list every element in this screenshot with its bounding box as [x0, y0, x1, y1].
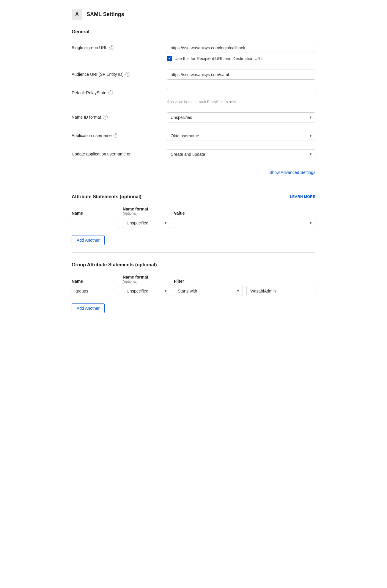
name-id-format-control: Unspecified EmailAddress X509SubjectName…: [167, 112, 315, 122]
show-advanced-settings-link[interactable]: Show Advanced Settings: [269, 170, 315, 175]
relay-state-label: Default RelayState ?: [72, 88, 167, 95]
sso-url-label: Single sign-on URL ?: [72, 43, 167, 50]
audience-uri-label: Audience URI (SP Entity ID) ?: [72, 70, 167, 77]
app-username-label: Application username ?: [72, 131, 167, 138]
name-id-format-select[interactable]: Unspecified EmailAddress X509SubjectName…: [167, 112, 315, 122]
attr-name-format-select-wrapper: Unspecified Basic URI Reference ▼: [123, 218, 170, 228]
name-id-format-row: Name ID format ? Unspecified EmailAddres…: [72, 112, 315, 122]
section-divider-2: [72, 252, 315, 253]
update-app-username-select-wrapper: Create and update Create only ▼: [167, 149, 315, 159]
name-id-format-select-wrapper: Unspecified EmailAddress X509SubjectName…: [167, 112, 315, 122]
attr-value-select[interactable]: [174, 218, 315, 228]
attr-col-name-header: Name: [72, 211, 119, 216]
name-id-format-help-icon[interactable]: ?: [103, 115, 108, 120]
attribute-statements-title: Attribute Statements (optional): [72, 194, 141, 199]
group-attribute-statements-section: Group Attribute Statements (optional) Na…: [72, 262, 315, 313]
attr-add-another-button[interactable]: Add Another: [72, 235, 105, 245]
app-username-help-icon[interactable]: ?: [114, 133, 118, 138]
sso-url-help-icon[interactable]: ?: [109, 45, 114, 50]
group-attr-add-another-button[interactable]: Add Another: [72, 303, 105, 313]
attr-name-format-col: Unspecified Basic URI Reference ▼: [123, 218, 170, 228]
sso-url-control: Use this for Recipient URL and Destinati…: [167, 43, 315, 61]
attribute-statements-learn-more[interactable]: LEARN MORE: [290, 195, 315, 199]
group-attr-col-name-format-header: Name format (optional): [123, 275, 170, 284]
group-attribute-statements-title: Group Attribute Statements (optional): [72, 262, 157, 268]
attr-col-name-format-header: Name format (optional): [123, 207, 170, 216]
recipient-url-label[interactable]: Use this for Recipient URL and Destinati…: [174, 56, 263, 61]
audience-uri-input[interactable]: [167, 70, 315, 80]
audience-uri-help-icon[interactable]: ?: [125, 72, 130, 77]
group-attr-filter-value-input[interactable]: [246, 286, 315, 296]
avatar: A: [72, 9, 82, 20]
app-username-select[interactable]: Okta username Email Custom: [167, 131, 315, 141]
attr-name-col: [72, 218, 119, 228]
sso-url-row: Single sign-on URL ? Use this for Recipi…: [72, 43, 315, 61]
group-attr-col-filter-header: Filter: [174, 279, 315, 284]
app-username-control: Okta username Email Custom ▼: [167, 131, 315, 141]
attribute-statements-section: Attribute Statements (optional) LEARN MO…: [72, 194, 315, 245]
attr-name-format-select[interactable]: Unspecified Basic URI Reference: [123, 218, 170, 228]
group-attr-col-headers: Name Name format (optional) Filter: [72, 275, 315, 284]
relay-state-hint: If no value is set, a blank RelayState i…: [167, 100, 315, 104]
group-attr-name-col: [72, 286, 119, 296]
sso-url-input[interactable]: [167, 43, 315, 53]
attr-name-input[interactable]: [72, 218, 119, 228]
attribute-statements-input-row: Unspecified Basic URI Reference ▼ ▼: [72, 218, 315, 228]
relay-state-control: If no value is set, a blank RelayState i…: [167, 88, 315, 104]
attr-value-select-wrapper: ▼: [174, 218, 315, 228]
recipient-url-checkbox-row: Use this for Recipient URL and Destinati…: [167, 56, 315, 61]
page-header: A SAML Settings: [72, 9, 315, 20]
group-attr-filter-select-wrapper: Starts with Equals Contains Matches rege…: [174, 286, 243, 296]
group-attribute-statements-header: Group Attribute Statements (optional): [72, 262, 315, 268]
attr-col-value-header: Value: [174, 211, 315, 216]
group-attr-filter-col: Starts with Equals Contains Matches rege…: [174, 286, 243, 296]
attribute-statements-col-headers: Name Name format (optional) Value: [72, 207, 315, 216]
general-section: General Single sign-on URL ? Use this fo…: [72, 29, 315, 180]
audience-uri-row: Audience URI (SP Entity ID) ?: [72, 70, 315, 80]
relay-state-help-icon[interactable]: ?: [108, 90, 113, 95]
relay-state-input[interactable]: [167, 88, 315, 98]
recipient-url-checkbox[interactable]: [167, 56, 172, 61]
general-section-title: General: [72, 29, 315, 34]
update-app-username-select[interactable]: Create and update Create only: [167, 149, 315, 159]
update-app-username-control: Create and update Create only ▼: [167, 149, 315, 159]
section-divider-1: [72, 187, 315, 187]
update-app-username-label: Update application username on: [72, 149, 167, 156]
page-title: SAML Settings: [86, 11, 124, 18]
group-attr-name-format-col: Unspecified Basic URI Reference ▼: [123, 286, 170, 296]
app-username-row: Application username ? Okta username Ema…: [72, 131, 315, 141]
attribute-statements-header: Attribute Statements (optional) LEARN MO…: [72, 194, 315, 199]
group-attr-input-row: Unspecified Basic URI Reference ▼ Starts…: [72, 286, 315, 296]
group-attr-filter-select[interactable]: Starts with Equals Contains Matches rege…: [174, 286, 243, 296]
update-app-username-row: Update application username on Create an…: [72, 149, 315, 159]
group-attr-filter-value-col: [246, 286, 315, 296]
name-id-format-label: Name ID format ?: [72, 112, 167, 120]
relay-state-row: Default RelayState ? If no value is set,…: [72, 88, 315, 104]
app-username-select-wrapper: Okta username Email Custom ▼: [167, 131, 315, 141]
attr-value-col: ▼: [174, 218, 315, 228]
show-advanced-settings-container: Show Advanced Settings: [72, 168, 315, 180]
group-attr-name-input[interactable]: [72, 286, 119, 296]
group-attr-name-format-select-wrapper: Unspecified Basic URI Reference ▼: [123, 286, 170, 296]
audience-uri-control: [167, 70, 315, 80]
group-attr-name-format-select[interactable]: Unspecified Basic URI Reference: [123, 286, 170, 296]
group-attr-col-name-header: Name: [72, 279, 119, 284]
